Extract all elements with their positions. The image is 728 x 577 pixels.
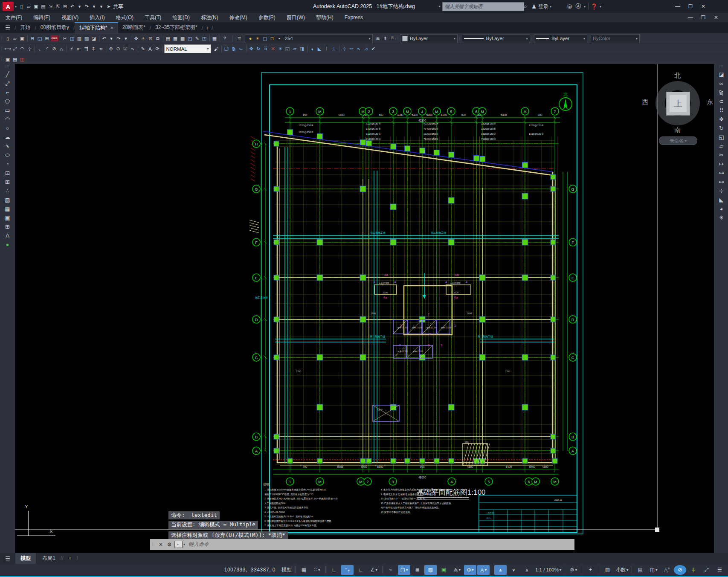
rotate-icon[interactable]: ↻ — [255, 45, 262, 53]
menu-10[interactable]: 窗口(W) — [281, 13, 310, 22]
zoom-realtime-icon[interactable]: ± — [140, 35, 147, 43]
osnap-icon[interactable]: ▢▾ — [398, 565, 410, 575]
units-label[interactable]: 小数▾ — [615, 565, 629, 575]
chamfer-icon[interactable]: ◣ — [717, 195, 726, 204]
scale-icon[interactable]: ◱ — [284, 45, 291, 53]
doc-restore-button[interactable]: ❐ — [697, 13, 710, 22]
annoadd-icon[interactable]: ⩛ — [508, 565, 520, 575]
match-properties-icon[interactable]: 🖌 — [213, 45, 220, 53]
savecheck-icon[interactable]: ⇓ — [687, 565, 699, 575]
share-plane-icon[interactable]: ➤ — [105, 3, 112, 11]
menu-8[interactable]: 修改(M) — [224, 13, 253, 22]
undo-caret[interactable]: ▾ — [76, 3, 83, 11]
print-icon[interactable]: ⊟ — [61, 3, 69, 11]
minimize-button[interactable]: — — [671, 0, 684, 13]
stretch-icon[interactable]: ▱ — [291, 45, 299, 53]
save-icon[interactable]: ▣ — [19, 35, 26, 43]
qat-customize-caret[interactable]: ▾ — [98, 3, 105, 11]
annomonitor-icon[interactable]: ▥ — [601, 565, 614, 575]
maximize-button[interactable]: ☐ — [684, 0, 697, 13]
drawing-canvas[interactable]: 1509400810060048005400540048006006005400… — [15, 64, 714, 553]
dim-break-icon[interactable]: ⇸ — [97, 45, 104, 53]
lineweight-combo[interactable]: ByLayer▾ — [534, 34, 587, 43]
command-input[interactable]: 键入命令 — [189, 541, 209, 548]
rectangle-icon[interactable]: ▭ — [3, 106, 12, 115]
spline-edit-icon[interactable]: ∿ — [355, 45, 363, 53]
command-line[interactable]: ⁞⁞ ✕ ⚙ >_ ▾ 键入命令 — [150, 539, 574, 550]
dim-linear-icon[interactable]: ⟷ — [4, 45, 12, 53]
logo-caret[interactable]: ▾ — [15, 5, 17, 9]
undo-icon[interactable]: ↶ — [69, 3, 76, 11]
mirror-icon[interactable]: ⧎ — [230, 45, 238, 53]
signin-caret[interactable]: ▾ — [550, 5, 551, 9]
dim-update-icon[interactable]: ⟳ — [154, 45, 161, 53]
dim-jogline-icon[interactable]: ∿ — [129, 45, 136, 53]
new-file-icon[interactable]: ▯ — [18, 3, 25, 11]
insert-block-icon[interactable]: ⊡ — [3, 168, 12, 177]
calculator-icon[interactable]: ▦ — [211, 35, 218, 43]
dim-radius-icon[interactable]: ◟ — [36, 45, 44, 53]
menu-11[interactable]: 帮助(H) — [310, 13, 339, 22]
color-combo[interactable]: ByLayer▾ — [400, 34, 458, 43]
array-icon[interactable]: ⠿ — [262, 45, 270, 53]
polar-icon[interactable]: ∠▾ — [368, 565, 380, 575]
share-label[interactable]: 共享 — [113, 3, 123, 10]
compare-icon[interactable]: ◫ — [19, 55, 26, 64]
revcloud-icon[interactable]: ☁ — [3, 133, 12, 142]
match-icon[interactable]: ▨ — [83, 35, 90, 43]
render-settings-icon[interactable]: ▤ — [12, 55, 19, 64]
join-icon[interactable]: ⊹ — [341, 45, 348, 53]
menu-2[interactable]: 视图(V) — [56, 13, 84, 22]
arc-icon[interactable]: ◠ — [3, 115, 12, 124]
redo-caret[interactable]: ▾ — [122, 35, 130, 43]
tolerance-icon[interactable]: ⊕ — [107, 45, 115, 53]
viewcube-north[interactable]: 北 — [674, 72, 681, 80]
file-tab-1[interactable]: 00图纸目录y — [36, 22, 73, 33]
checked-icon[interactable]: ✔ — [370, 45, 377, 53]
cut-icon[interactable]: ✂ — [61, 35, 69, 43]
menu-5[interactable]: 工具(T) — [139, 13, 167, 22]
file-tab-3[interactable]: 28断面表* — [118, 22, 150, 33]
help-caret[interactable]: ▾ — [600, 5, 601, 9]
transparency-icon[interactable]: ▨ — [424, 565, 437, 575]
save-as-icon[interactable]: ▤ — [40, 3, 47, 11]
file-tab-4[interactable]: 32~35下部桁架图* — [151, 22, 201, 33]
mtext-icon[interactable]: A — [3, 231, 12, 240]
fullscreen-icon[interactable]: ⤢ — [700, 565, 713, 575]
center-mark-icon[interactable]: ⊙ — [115, 45, 122, 53]
xline-icon[interactable]: ⤢ — [3, 79, 12, 88]
region-icon[interactable]: ▣ — [3, 213, 12, 222]
menu-3[interactable]: 插入(I) — [84, 13, 110, 22]
viewcube-top-face[interactable]: 上 — [666, 92, 690, 116]
otrack-icon[interactable]: ⌁ — [385, 565, 397, 575]
dwf-icon[interactable]: DWF — [51, 35, 58, 41]
dim-aligned-icon[interactable]: ⤢ — [12, 45, 19, 53]
redo-icon[interactable]: ↷ — [83, 3, 90, 11]
qdim-icon[interactable]: ⚡ — [68, 45, 75, 53]
close-button[interactable]: ✕ — [697, 0, 710, 13]
layer-properties-icon[interactable]: ≣ — [236, 35, 243, 43]
copy-icon[interactable]: ∞ — [717, 79, 726, 88]
dim-angular-icon[interactable]: ⊘ — [51, 45, 58, 53]
fillet-icon[interactable]: ◕ — [309, 45, 316, 53]
menu-12[interactable]: Express — [339, 13, 368, 22]
pedit-icon[interactable]: ✏ — [348, 45, 355, 53]
viewcube[interactable]: 北 西 东 南 上 未命名 ▾ — [642, 72, 714, 153]
ucs-icon[interactable]: ⊕▾ — [464, 565, 476, 575]
dim-jogged-icon[interactable]: △ — [58, 45, 65, 53]
help-icon[interactable]: ? — [221, 35, 229, 43]
layout-tab-模型[interactable]: 模型 — [15, 553, 36, 564]
osnap3d-icon[interactable]: ⟁▾ — [451, 565, 463, 575]
explode-icon[interactable]: ✳ — [277, 45, 284, 53]
ellipse-arc-icon[interactable]: ◔ — [3, 159, 12, 168]
help-icon[interactable]: ❓ — [590, 3, 598, 11]
undo-caret[interactable]: ▾ — [108, 35, 115, 43]
dim-edit-icon[interactable]: ✎ — [139, 45, 147, 53]
new-tab-button[interactable]: + — [203, 24, 212, 32]
search-input[interactable]: 键入关键字或短语 — [442, 2, 524, 11]
align-icon[interactable]: ⊿ — [363, 45, 370, 53]
markup-icon[interactable]: ✎ — [194, 35, 201, 43]
doc-minimize-button[interactable]: — — [684, 13, 697, 22]
isolate-icon[interactable]: ◫▾ — [647, 565, 660, 575]
scale-icon[interactable]: ◱ — [717, 133, 726, 142]
